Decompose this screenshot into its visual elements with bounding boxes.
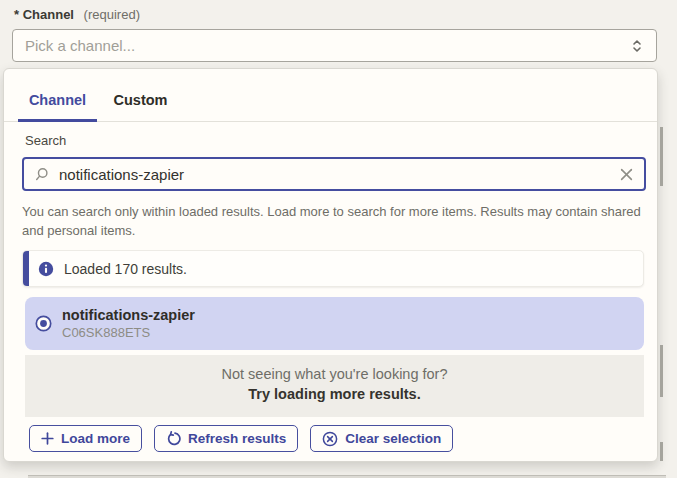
result-subtitle: C06SK888ETS (62, 325, 195, 340)
load-more-label: Load more (61, 431, 130, 446)
search-helper-text: You can search only within loaded result… (22, 202, 644, 240)
clear-selection-button[interactable]: Clear selection (310, 425, 453, 452)
required-marker: * (14, 7, 19, 22)
clear-search-icon[interactable] (620, 168, 633, 181)
result-title: notifications-zapier (62, 307, 195, 324)
not-seeing-section: Not seeing what you're looking for? Try … (25, 355, 644, 417)
radio-selected-icon[interactable] (35, 315, 52, 332)
channel-field-screen: * Channel (required) Pick a channel... C… (0, 0, 677, 478)
try-loading-more-text[interactable]: Try loading more results. (25, 386, 644, 402)
dropdown-actions: Load more Refresh results (29, 425, 453, 452)
banner-accent-bar (23, 251, 29, 286)
loaded-results-banner: Loaded 170 results. (22, 250, 644, 287)
refresh-icon (166, 431, 181, 446)
not-seeing-text: Not seeing what you're looking for? (25, 366, 644, 382)
required-note: (required) (84, 7, 140, 22)
background-form-edge (660, 127, 663, 186)
search-label: Search (25, 133, 66, 148)
tab-custom[interactable]: Custom (101, 92, 180, 121)
clear-selection-label: Clear selection (345, 431, 441, 446)
field-label: * Channel (required) (14, 7, 140, 22)
result-texts: notifications-zapier C06SK888ETS (62, 307, 195, 340)
plus-icon (41, 432, 54, 445)
search-input[interactable] (59, 166, 620, 183)
search-icon (35, 167, 50, 182)
clear-circle-icon (322, 431, 338, 447)
banner-text: Loaded 170 results. (64, 261, 187, 277)
result-row-notifications-zapier[interactable]: notifications-zapier C06SK888ETS (25, 297, 644, 350)
background-form-edge (660, 345, 663, 397)
load-more-button[interactable]: Load more (29, 425, 142, 452)
select-placeholder: Pick a channel... (25, 37, 135, 54)
background-form-edge (660, 442, 663, 461)
tab-bar: Channel Custom (4, 69, 657, 122)
refresh-results-label: Refresh results (188, 431, 286, 446)
channel-dropdown-panel: Channel Custom Search You can search onl… (3, 68, 658, 462)
info-icon (38, 261, 54, 277)
tab-channel[interactable]: Channel (18, 92, 97, 121)
search-field (22, 157, 646, 191)
chevron-updown-icon (630, 38, 644, 54)
channel-select[interactable]: Pick a channel... (12, 29, 657, 62)
refresh-results-button[interactable]: Refresh results (154, 425, 298, 452)
field-label-text: Channel (23, 7, 74, 22)
